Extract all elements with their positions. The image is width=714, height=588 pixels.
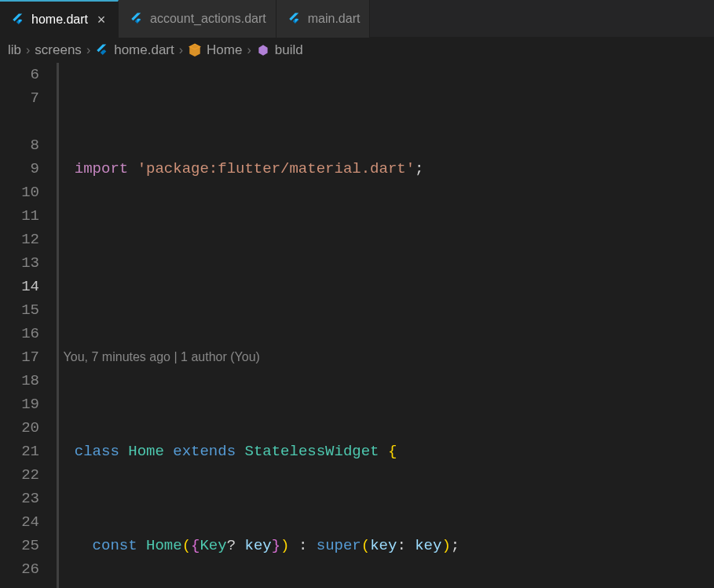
code-line[interactable]: import 'package:flutter/material.dart'; [57, 157, 714, 181]
code-line[interactable]: const Home({Key? key}) : super(key: key)… [57, 534, 714, 557]
breadcrumb-screens[interactable]: screens [35, 42, 82, 58]
breadcrumb-method[interactable]: build [256, 42, 303, 58]
breadcrumb[interactable]: lib › screens › home.dart › Home › build [0, 38, 714, 63]
chevron-right-icon: › [179, 43, 183, 57]
code-area[interactable]: import 'package:flutter/material.dart'; … [57, 63, 714, 588]
tab-label: home.dart [31, 13, 88, 27]
line-number-gutter: 6 7 8 9 10 11 12 13 14 15 16 17 18 19 20… [0, 63, 57, 588]
chevron-right-icon: › [247, 43, 251, 57]
chevron-right-icon: › [86, 43, 90, 57]
breadcrumb-file[interactable]: home.dart [95, 42, 174, 58]
chevron-right-icon: › [26, 43, 30, 57]
tab-home-dart[interactable]: home.dart × [0, 0, 119, 38]
tab-account-actions-dart[interactable]: account_actions.dart [119, 0, 276, 38]
close-icon[interactable]: × [94, 13, 108, 27]
flutter-icon [95, 43, 109, 57]
breadcrumb-lib[interactable]: lib [8, 42, 21, 58]
code-line[interactable]: class Home extends StatelessWidget { [57, 440, 714, 463]
breadcrumb-class[interactable]: Home [188, 42, 242, 58]
flutter-icon [287, 12, 302, 26]
code-editor[interactable]: 6 7 8 9 10 11 12 13 14 15 16 17 18 19 20… [0, 63, 714, 588]
flutter-icon [130, 12, 144, 26]
class-icon [188, 43, 202, 57]
tab-bar: home.dart × account_actions.dart main.da… [0, 0, 714, 38]
code-line[interactable] [57, 251, 714, 275]
tab-main-dart[interactable]: main.dart [276, 0, 371, 38]
tab-label: account_actions.dart [150, 12, 266, 26]
method-icon [256, 43, 270, 57]
tab-label: main.dart [308, 12, 361, 26]
flutter-icon [11, 13, 25, 27]
git-codelens[interactable]: You, 7 minutes ago | 1 author (You) [57, 345, 714, 369]
